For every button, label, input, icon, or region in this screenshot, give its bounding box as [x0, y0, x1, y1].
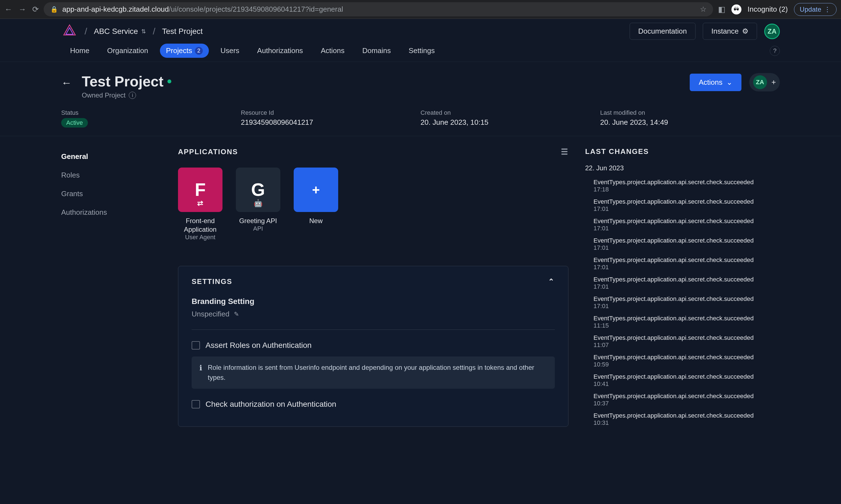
- browser-back-icon[interactable]: ←: [4, 5, 12, 14]
- change-item[interactable]: EventTypes.project.application.api.secre…: [585, 373, 785, 388]
- edit-pencil-icon[interactable]: ✎: [234, 311, 239, 318]
- nav-home[interactable]: Home: [64, 43, 96, 58]
- sidenav-roles[interactable]: Roles: [61, 166, 178, 184]
- nav-domains[interactable]: Domains: [356, 43, 397, 58]
- change-item[interactable]: EventTypes.project.application.api.secre…: [585, 412, 785, 427]
- change-item[interactable]: EventTypes.project.application.api.secre…: [585, 276, 785, 290]
- svg-marker-0: [64, 25, 75, 35]
- kebab-icon: ⋮: [824, 5, 831, 13]
- app-type: User Agent: [178, 234, 222, 241]
- change-event: EventTypes.project.application.api.secre…: [594, 334, 785, 341]
- projects-count-badge: 2: [195, 47, 203, 55]
- app-card-frontend[interactable]: F ⇄ Front-end Application User Agent: [178, 167, 222, 241]
- incognito-label: Incognito: [748, 5, 777, 13]
- back-arrow-icon[interactable]: ←: [61, 77, 72, 89]
- breadcrumb-org[interactable]: ABC Service ⇅: [94, 27, 146, 36]
- change-time: 17:01: [594, 225, 785, 232]
- settings-card-title[interactable]: SETTINGS ⌃: [192, 277, 555, 286]
- resource-id-label: Resource Id: [241, 109, 420, 116]
- main-nav: Home Organization Projects 2 Users Autho…: [0, 43, 841, 62]
- change-item[interactable]: EventTypes.project.application.api.secre…: [585, 393, 785, 407]
- change-time: 11:15: [594, 322, 785, 329]
- breadcrumb-separator: /: [82, 26, 90, 37]
- branding-setting-label: Branding Setting: [192, 297, 555, 306]
- check-auth-checkbox-row[interactable]: Check authorization on Authentication: [192, 400, 555, 409]
- browser-update-button[interactable]: Update ⋮: [794, 3, 837, 16]
- change-item[interactable]: EventTypes.project.application.api.secre…: [585, 315, 785, 329]
- member-avatar[interactable]: ZA: [753, 75, 767, 89]
- instance-button[interactable]: Instance ⚙: [703, 23, 757, 40]
- change-time: 10:31: [594, 419, 785, 427]
- change-time: 17:01: [594, 264, 785, 271]
- nav-authorizations[interactable]: Authorizations: [251, 43, 309, 58]
- change-time: 17:01: [594, 283, 785, 290]
- url-bar[interactable]: 🔒 app-and-api-kedcgb.zitadel.cloud/ui/co…: [44, 2, 713, 16]
- actions-dropdown-button[interactable]: Actions ⌄: [690, 74, 741, 91]
- change-event: EventTypes.project.application.api.secre…: [594, 393, 785, 400]
- divider: [192, 329, 555, 330]
- sidenav-general[interactable]: General: [61, 147, 178, 166]
- change-item[interactable]: EventTypes.project.application.api.secre…: [585, 354, 785, 368]
- extensions-icon[interactable]: ◧: [718, 5, 725, 14]
- change-time: 11:07: [594, 341, 785, 349]
- created-on-label: Created on: [420, 109, 600, 116]
- app-card-new[interactable]: + New: [294, 167, 338, 241]
- change-event: EventTypes.project.application.api.secre…: [594, 315, 785, 322]
- change-time: 17:01: [594, 205, 785, 213]
- browser-reload-icon[interactable]: ⟳: [32, 5, 39, 14]
- applications-section-title: APPLICATIONS ☰: [178, 147, 568, 157]
- chevron-down-icon: ⌄: [726, 78, 733, 87]
- change-event: EventTypes.project.application.api.secre…: [594, 295, 785, 303]
- nav-settings[interactable]: Settings: [402, 43, 441, 58]
- application-cards: F ⇄ Front-end Application User Agent G 🤖…: [178, 167, 568, 241]
- add-app-tile[interactable]: +: [294, 167, 338, 212]
- checkbox[interactable]: [192, 341, 200, 349]
- browser-toolbar: ← → ⟳ 🔒 app-and-api-kedcgb.zitadel.cloud…: [0, 0, 841, 19]
- browser-forward-icon[interactable]: →: [18, 5, 26, 14]
- page-subtitle: Owned Project i: [82, 91, 171, 99]
- chevron-updown-icon[interactable]: ⇅: [141, 28, 146, 35]
- sidenav-grants[interactable]: Grants: [61, 184, 178, 203]
- assert-roles-checkbox-row[interactable]: Assert Roles on Authentication: [192, 341, 555, 350]
- status-dot-icon: [168, 79, 171, 83]
- nav-organization[interactable]: Organization: [101, 43, 154, 58]
- assert-roles-info-banner: ℹ Role information is sent from Userinfo…: [192, 357, 555, 389]
- change-item[interactable]: EventTypes.project.application.api.secre…: [585, 334, 785, 349]
- branding-setting-value: Unspecified ✎: [192, 310, 555, 319]
- info-icon[interactable]: i: [129, 92, 136, 99]
- change-item[interactable]: EventTypes.project.application.api.secre…: [585, 256, 785, 271]
- breadcrumb-project[interactable]: Test Project: [162, 27, 203, 36]
- zitadel-logo[interactable]: [61, 23, 78, 40]
- sidenav-authorizations[interactable]: Authorizations: [61, 203, 178, 222]
- change-item[interactable]: EventTypes.project.application.api.secre…: [585, 198, 785, 213]
- app-card-greeting-api[interactable]: G 🤖 Greeting API API: [236, 167, 280, 241]
- change-event: EventTypes.project.application.api.secre…: [594, 276, 785, 283]
- change-item[interactable]: EventTypes.project.application.api.secre…: [585, 237, 785, 251]
- change-item[interactable]: EventTypes.project.application.api.secre…: [585, 218, 785, 232]
- change-time: 17:18: [594, 186, 785, 193]
- change-item[interactable]: EventTypes.project.application.api.secre…: [585, 179, 785, 193]
- chevron-up-icon[interactable]: ⌃: [548, 277, 555, 286]
- change-event: EventTypes.project.application.api.secre…: [594, 373, 785, 380]
- user-avatar[interactable]: ZA: [764, 24, 780, 39]
- app-header: / ABC Service ⇅ / Test Project Documenta…: [0, 19, 841, 43]
- main-content: General Roles Grants Authorizations APPL…: [0, 136, 841, 431]
- app-type: API: [236, 225, 280, 232]
- documentation-button[interactable]: Documentation: [630, 23, 696, 40]
- change-time: 10:59: [594, 361, 785, 368]
- add-member-button[interactable]: +: [771, 78, 776, 87]
- bookmark-star-icon[interactable]: ☆: [700, 5, 706, 14]
- change-event: EventTypes.project.application.api.secre…: [594, 412, 785, 419]
- nav-actions[interactable]: Actions: [314, 43, 350, 58]
- checkbox[interactable]: [192, 400, 200, 409]
- url-path: /ui/console/projects/219345908096041217?…: [169, 5, 343, 13]
- change-time: 17:01: [594, 244, 785, 251]
- user-agent-icon: ⇄: [197, 199, 203, 208]
- nav-projects[interactable]: Projects 2: [160, 43, 209, 58]
- plus-icon: +: [312, 182, 320, 198]
- help-button[interactable]: ?: [770, 46, 780, 56]
- incognito-icon[interactable]: 🕶: [732, 4, 741, 15]
- list-view-icon[interactable]: ☰: [561, 147, 568, 157]
- nav-users[interactable]: Users: [214, 43, 245, 58]
- change-item[interactable]: EventTypes.project.application.api.secre…: [585, 295, 785, 310]
